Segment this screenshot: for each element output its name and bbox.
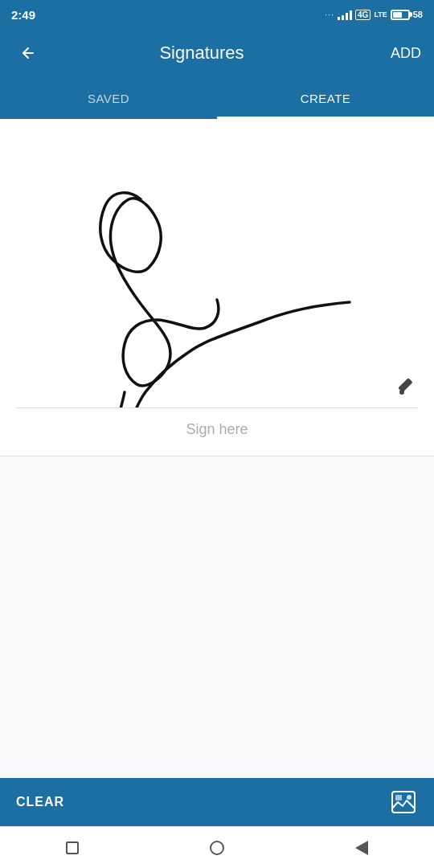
add-button[interactable]: ADD xyxy=(391,45,421,62)
signature-area[interactable]: Sign here xyxy=(0,119,434,457)
signature-baseline xyxy=(16,407,418,408)
lte-badge: LTE xyxy=(374,10,387,18)
signature-canvas[interactable] xyxy=(0,119,434,408)
gallery-button[interactable] xyxy=(389,788,418,817)
clear-button[interactable]: CLEAR xyxy=(16,795,64,809)
sign-here-placeholder: Sign here xyxy=(0,408,434,451)
nav-recent-button[interactable] xyxy=(58,833,87,862)
nav-square-icon xyxy=(66,841,79,854)
nav-back-button[interactable] xyxy=(347,833,376,862)
svg-point-5 xyxy=(407,795,411,800)
nav-circle-icon xyxy=(210,841,224,855)
svg-rect-4 xyxy=(395,795,402,800)
svg-point-2 xyxy=(399,390,404,395)
battery-icon xyxy=(391,10,410,20)
nav-home-button[interactable] xyxy=(203,833,231,862)
signal-bars-icon xyxy=(338,9,352,20)
status-time: 2:49 xyxy=(11,8,35,22)
nav-triangle-icon xyxy=(355,841,368,855)
network-type-icon: 4G xyxy=(355,10,371,20)
tab-saved[interactable]: SAVED xyxy=(0,77,217,119)
main-content: Sign here xyxy=(0,119,434,778)
battery-percent: 58 xyxy=(413,10,423,19)
app-bar: Signatures ADD xyxy=(0,29,434,77)
svg-rect-3 xyxy=(392,792,415,813)
page-title: Signatures xyxy=(13,43,391,63)
tabs-container: SAVED CREATE xyxy=(0,77,434,119)
system-nav-bar xyxy=(0,826,434,868)
svg-rect-1 xyxy=(398,378,412,392)
signature-drawing xyxy=(0,119,434,408)
edit-icon[interactable] xyxy=(395,373,421,399)
status-bar: 2:49 ··· 4G LTE 58 xyxy=(0,0,434,29)
status-icons: ··· 4G LTE 58 xyxy=(325,9,423,20)
tab-create[interactable]: CREATE xyxy=(217,77,434,119)
bottom-toolbar: CLEAR xyxy=(0,778,434,826)
signal-dots-icon: ··· xyxy=(325,10,334,19)
